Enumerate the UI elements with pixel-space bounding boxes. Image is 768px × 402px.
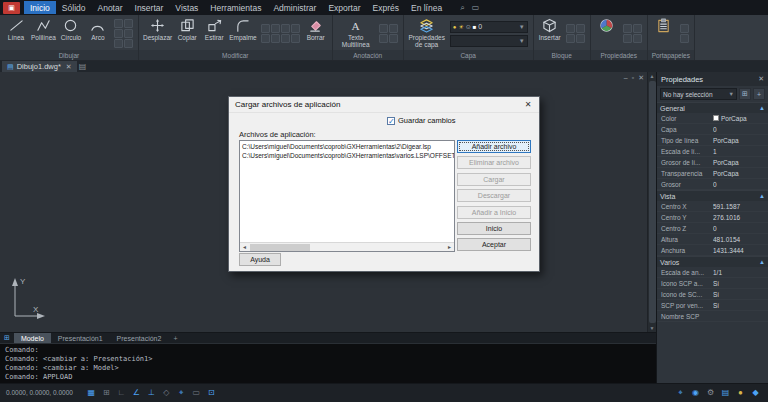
property-value[interactable]: 276.1016	[713, 214, 768, 221]
menu-item-insertar[interactable]: Insertar	[129, 1, 170, 14]
file-list-item[interactable]: C:\Users\miguel\Documents\coprob\GXHerra…	[242, 142, 452, 151]
file-list-horizontal-scrollbar[interactable]: ◄ ►	[240, 242, 454, 251]
ribbon-mini-tool-icon[interactable]	[114, 29, 123, 38]
tool-circulo[interactable]: Círculo	[58, 17, 84, 50]
ribbon-mini-tool-icon[interactable]	[261, 34, 270, 43]
ribbon-mini-tool-icon[interactable]	[623, 24, 632, 33]
settings-gear-icon[interactable]: ⚙	[704, 386, 717, 399]
file-list-item[interactable]: C:\Users\miguel\Documents\coprob\GXHerra…	[242, 151, 452, 160]
layout-tab-presentación1[interactable]: Presentación1	[51, 333, 110, 344]
lineweight-icon[interactable]: ▭	[190, 386, 203, 399]
ribbon-mini-tool-icon[interactable]	[271, 34, 280, 43]
property-value[interactable]: Sí	[713, 291, 768, 298]
grid-icon[interactable]: ▦	[85, 386, 98, 399]
layer-dropdown[interactable]: ●☀⊙■0▼	[450, 21, 528, 33]
ribbon-mini-tool-icon[interactable]	[623, 34, 632, 43]
new-document-tab-icon[interactable]: ▤	[79, 62, 87, 71]
ribbon-mini-tool-icon[interactable]	[291, 34, 300, 43]
toggle-value-icon[interactable]: ⊞	[739, 88, 751, 100]
ribbon-mini-tool-icon[interactable]	[576, 24, 585, 33]
help-button[interactable]: Ayuda	[239, 253, 281, 266]
properties-close-icon[interactable]: ✕	[758, 75, 764, 83]
property-value[interactable]: 591.1587	[713, 203, 768, 210]
document-tab-close-icon[interactable]: ✕	[66, 63, 72, 71]
tool-empalme[interactable]: Empalme	[228, 17, 257, 50]
ortho-icon[interactable]: ∟	[115, 386, 128, 399]
document-tab[interactable]: ▤ Dibujo1.dwg* ✕	[2, 61, 77, 72]
ribbon-mini-tool-icon[interactable]	[124, 19, 133, 28]
ribbon-mini-tool-icon[interactable]	[379, 34, 388, 43]
tool-pegar[interactable]	[651, 17, 677, 50]
properties-section-general[interactable]: General▲	[657, 102, 768, 113]
property-value[interactable]: PorCapa	[713, 137, 768, 144]
ribbon-mini-tool-icon[interactable]	[389, 24, 398, 33]
tool-propiedades-de-capa[interactable]: Propiedades de capa	[407, 17, 447, 50]
app-logo-icon[interactable]: ▣	[3, 2, 20, 14]
scroll-up-icon[interactable]: ▲	[650, 73, 655, 79]
scroll-left-icon[interactable]: ◄	[240, 243, 249, 252]
section-collapse-icon[interactable]: ▲	[759, 105, 765, 111]
canvas-vertical-scrollbar[interactable]: ▲ ▼	[647, 72, 656, 332]
ribbon-mini-tool-icon[interactable]	[271, 24, 280, 33]
otrack-icon[interactable]: ◇	[160, 386, 173, 399]
property-value[interactable]: 1431.3444	[713, 247, 768, 254]
ribbon-mini-tool-icon[interactable]	[281, 24, 290, 33]
menu-item-en-línea[interactable]: En línea	[405, 1, 448, 14]
save-changes-checkbox-row[interactable]: ✓ Guardar cambios	[387, 116, 456, 125]
properties-section-vista[interactable]: Vista▲	[657, 190, 768, 201]
ribbon-mini-tool-icon[interactable]	[680, 34, 689, 43]
menu-item-sólido[interactable]: Sólido	[56, 1, 92, 14]
ribbon-mini-tool-icon[interactable]	[379, 24, 388, 33]
annotation-scale-icon[interactable]: ⌖	[674, 386, 687, 399]
ribbon-mini-tool-icon[interactable]	[680, 24, 689, 33]
menu-item-inicio[interactable]: Inicio	[24, 1, 56, 14]
ribbon-mini-tool-icon[interactable]	[576, 34, 585, 43]
section-collapse-icon[interactable]: ▲	[759, 259, 765, 265]
tool-borrar[interactable]: Borrar	[303, 17, 329, 50]
properties-section-varios[interactable]: Varios▲	[657, 256, 768, 267]
osnap-icon[interactable]: ⊥	[145, 386, 158, 399]
save-changes-checkbox[interactable]: ✓	[387, 117, 395, 125]
property-value[interactable]: Sí	[713, 302, 768, 309]
menu-item-herramientas[interactable]: Herramientas	[204, 1, 267, 14]
tool-propiedades-objeto[interactable]	[594, 17, 620, 50]
new-layout-icon[interactable]: +	[168, 335, 182, 342]
scrollbar-thumb[interactable]	[250, 244, 310, 251]
ribbon-mini-tool-icon[interactable]	[566, 34, 575, 43]
dialog-titlebar[interactable]: Cargar archivos de aplicación ✕	[229, 97, 539, 113]
workspace-icon[interactable]: ◉	[689, 386, 702, 399]
property-value[interactable]: 481.0154	[713, 236, 768, 243]
property-value[interactable]: PorCapa	[713, 115, 768, 122]
property-value[interactable]: 0	[713, 126, 768, 133]
ribbon-mini-tool-icon[interactable]	[114, 19, 123, 28]
ribbon-mini-tool-icon[interactable]	[291, 24, 300, 33]
application-files-list[interactable]: C:\Users\miguel\Documents\coprob\GXHerra…	[239, 140, 455, 252]
search-icon[interactable]: ⌕	[460, 3, 464, 13]
tool-desplazar[interactable]: Desplazar	[142, 17, 173, 50]
ribbon-mini-tool-icon[interactable]	[124, 39, 133, 48]
dyn-input-icon[interactable]: ⌖	[175, 386, 188, 399]
layout-grid-icon[interactable]: ⊞	[0, 334, 14, 342]
ribbon-mini-tool-icon[interactable]	[633, 34, 642, 43]
property-value[interactable]: 1/1	[713, 269, 768, 276]
tool-polilinea[interactable]: Polilínea	[30, 17, 57, 50]
property-value[interactable]: 1	[713, 148, 768, 155]
property-value[interactable]: 0	[713, 225, 768, 232]
scroll-right-icon[interactable]: ►	[445, 243, 454, 252]
menu-item-administrar[interactable]: Administrar	[267, 1, 322, 14]
viewport-icon[interactable]: ▤	[719, 386, 732, 399]
section-collapse-icon[interactable]: ▲	[759, 193, 765, 199]
tool-copiar[interactable]: Copiar	[174, 17, 200, 50]
ribbon-mini-tool-icon[interactable]	[261, 24, 270, 33]
inicio-button[interactable]: Inicio	[457, 222, 531, 235]
tool-texto-multilinea[interactable]: ATexto Multilínea	[336, 17, 376, 50]
clean-screen-icon[interactable]: ◆	[749, 386, 762, 399]
polar-icon[interactable]: ∠	[130, 386, 143, 399]
window-icon[interactable]: ▭	[472, 3, 480, 13]
close-icon[interactable]: ✕	[638, 74, 644, 82]
aceptar-button[interactable]: Aceptar	[457, 238, 531, 251]
tool-estirar[interactable]: Estirar	[201, 17, 227, 50]
minimize-icon[interactable]: –	[624, 74, 628, 82]
ribbon-mini-tool-icon[interactable]	[633, 24, 642, 33]
tool-insertar[interactable]: Insertar	[537, 17, 563, 50]
